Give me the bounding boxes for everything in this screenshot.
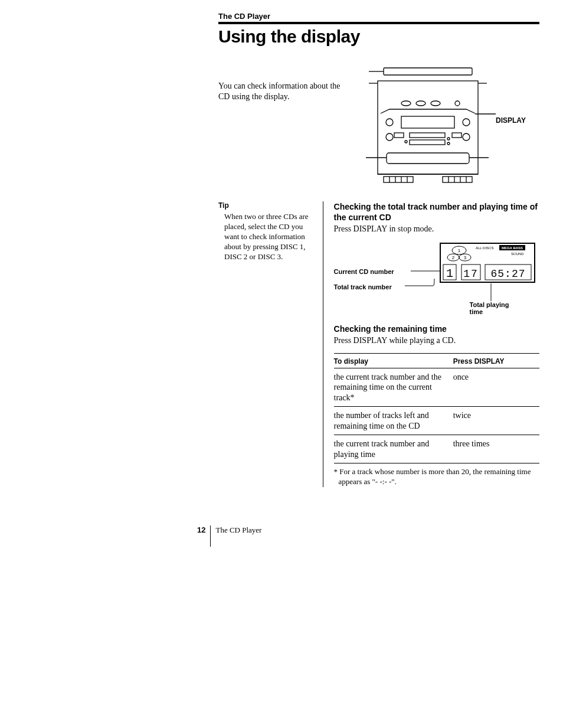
lcd-disc-2: 2 [451,255,454,260]
td-left: the number of tracks left and remaining … [334,407,453,435]
intro-text: You can check information about the CD u… [218,63,348,102]
table-row: the current track number and the remaini… [334,368,539,407]
footer-divider [210,525,211,547]
svg-point-9 [386,133,393,141]
device-illustration: DISPLAY [360,63,496,187]
td-right: twice [453,407,539,435]
lcd-indicator-right: MEGA BASS [501,246,522,250]
td-right: once [453,368,539,407]
svg-rect-11 [394,133,404,138]
tip-heading: Tip [218,201,316,210]
rule [218,22,539,24]
svg-point-10 [463,133,470,141]
svg-point-5 [455,101,460,106]
svg-point-16 [447,138,450,140]
table-row: the number of tracks left and remaining … [334,407,539,435]
lcd-indicator-left: ALL DISCS [476,246,493,250]
svg-point-15 [405,141,407,143]
svg-point-17 [447,142,450,145]
th-to-display: To display [334,353,453,368]
footnote: * For a track whose number is more than … [334,467,539,487]
lcd-diagram: Current CD number Total track number Tot… [334,242,539,319]
lcd-track-count: 17 [463,268,479,280]
display-callout-label: DISPLAY [496,116,526,125]
table-row: the current track number and playing tim… [334,435,539,463]
svg-rect-12 [452,133,461,138]
lcd-indicator-sub: SOUND [511,252,524,256]
section1-heading: Checking the total track number and play… [334,201,539,223]
display-table: To display Press DISPLAY the current tra… [334,353,539,464]
section2-heading: Checking the remaining time [334,324,539,334]
page-footer: 12 The CD Player [197,525,261,547]
td-left: the current track number and the remaini… [334,368,453,407]
section-header: The CD Player [218,12,539,21]
page-title: Using the display [218,27,539,47]
svg-rect-0 [384,68,472,75]
svg-point-8 [463,119,470,126]
svg-rect-2 [378,81,478,174]
lcd-disc-3: 3 [463,255,466,260]
svg-rect-14 [410,140,445,145]
td-left: the current track number and playing tim… [334,435,453,463]
tip-body: When two or three CDs are placed, select… [218,212,316,262]
th-press-display: Press DISPLAY [453,353,539,368]
svg-rect-13 [410,133,445,138]
svg-rect-22 [384,177,413,182]
footer-section: The CD Player [215,525,261,535]
svg-rect-18 [387,153,469,164]
lcd-disc-1: 1 [457,248,460,253]
svg-point-7 [386,119,393,126]
section2-body: Press DISPLAY while playing a CD. [334,335,539,346]
td-right: three times [453,435,539,463]
lcd-time: 65:27 [490,268,525,280]
svg-rect-6 [401,116,454,128]
svg-rect-23 [443,177,472,182]
lcd-big-track: 1 [446,267,453,280]
section1-body: Press DISPLAY in stop mode. [334,224,539,234]
page-number: 12 [197,525,205,534]
